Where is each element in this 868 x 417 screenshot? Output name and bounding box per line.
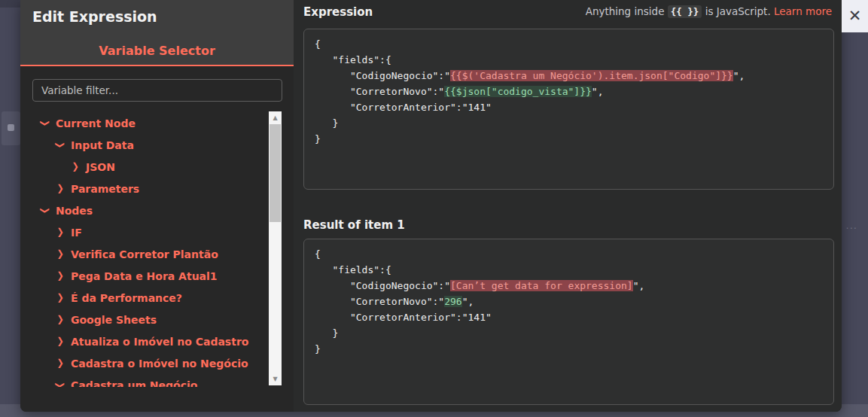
learn-more-link[interactable]: Learn more: [774, 5, 832, 17]
tree-item-label: Cadastra o Imóvel no Negócio: [71, 358, 248, 370]
code-text: "CorretorAnterior":"141": [315, 102, 492, 113]
expression-error-segment: {{$('Cadastra um Negócio').item.json["Co…: [450, 70, 733, 81]
dialog-title: Edit Expression: [32, 8, 157, 25]
code-text: "CodigoNegocio":": [315, 280, 450, 291]
chevron-right-icon[interactable]: ❯: [56, 270, 64, 281]
code-line: "fields":{: [315, 262, 823, 278]
result-viewer: { "fields":{ "CodigoNegocio":"[Can’t get…: [303, 239, 834, 405]
dialog-header: Edit Expression Variable Selector: [20, 0, 294, 66]
tree-item-label: Input Data: [71, 139, 134, 151]
chevron-down-icon[interactable]: ❯: [55, 382, 65, 388]
scrollbar-down-icon[interactable]: ▼: [269, 373, 282, 385]
code-text: ",: [592, 86, 604, 97]
expression-resolved-segment: {{$json["codigo_vista"]}}: [444, 86, 592, 97]
chevron-right-icon[interactable]: ❯: [56, 292, 64, 303]
code-text: "CorretorNovo":": [315, 86, 444, 97]
tree-item[interactable]: ❯Google Sheets: [20, 309, 294, 330]
code-text: ",: [733, 70, 745, 81]
tree-item[interactable]: ❯É da Performance?: [20, 287, 294, 309]
tree-scrollbar[interactable]: ▲ ▼: [269, 111, 282, 385]
close-icon: ✕: [848, 7, 862, 25]
screen: ... Edit Expression Variable Selector ❯C…: [0, 0, 868, 417]
variable-selector-panel: Edit Expression Variable Selector ❯Curre…: [20, 0, 294, 412]
filter-container: [20, 66, 294, 102]
tree-item-label: Atualiza o Imóvel no Cadastro: [71, 336, 248, 348]
close-button[interactable]: ✕: [842, 0, 868, 32]
expression-panel: Expression Anything inside {{ }} is Java…: [294, 0, 842, 412]
tree-item-label: Current Node: [56, 117, 136, 129]
code-line: }: [315, 115, 823, 131]
code-line: }: [315, 131, 823, 147]
tree-item-label: Cadastra um Negócio: [71, 379, 197, 388]
tree-item[interactable]: ❯Verifica Corretor Plantão: [20, 243, 294, 265]
code-text: {: [315, 248, 321, 260]
code-line: {: [315, 246, 823, 262]
tree-item[interactable]: ❯Current Node: [20, 112, 294, 134]
chevron-down-icon[interactable]: ❯: [40, 207, 50, 215]
code-text: ",: [633, 280, 645, 291]
scrollbar-thumb[interactable]: [270, 124, 281, 222]
tree-item[interactable]: ❯Cadastra o Imóvel no Negócio: [20, 352, 294, 374]
tree-item-label: Pega Data e Hora Atual1: [71, 270, 218, 282]
expression-heading: Expression: [303, 5, 373, 19]
chevron-right-icon[interactable]: ❯: [56, 248, 64, 259]
tree-item[interactable]: ❯Nodes: [20, 199, 294, 221]
tree-item-label: É da Performance?: [71, 292, 182, 304]
code-line: "CorretorAnterior":"141": [315, 309, 823, 325]
code-text: }: [315, 327, 338, 339]
chevron-right-icon[interactable]: ❯: [56, 336, 64, 346]
tree-item[interactable]: ❯Cadastra um Negócio: [20, 374, 294, 387]
background-canvas-strip: [0, 0, 20, 8]
code-text: }: [315, 133, 321, 145]
code-text: ",: [462, 296, 474, 307]
code-line: {: [315, 36, 823, 52]
chevron-right-icon[interactable]: ❯: [56, 183, 64, 193]
code-text: "fields":{: [315, 54, 391, 65]
expression-editor[interactable]: { "fields":{ "CodigoNegocio":"{{$('Cadas…: [303, 29, 834, 190]
hint-suffix: is JavaScript.: [702, 5, 774, 17]
tree-item-label: Parameters: [71, 183, 139, 195]
expression-error-segment: [Can’t get data for expression]: [450, 280, 633, 291]
tree-item[interactable]: ❯Pega Data e Hora Atual1: [20, 265, 294, 287]
variable-filter-input[interactable]: [32, 79, 282, 102]
tree-item[interactable]: ❯JSON: [20, 156, 294, 178]
result-heading: Result of item 1: [303, 218, 405, 232]
tree-item[interactable]: ❯Parameters: [20, 178, 294, 199]
tree-item-label: Nodes: [56, 205, 93, 217]
code-text: }: [315, 117, 338, 129]
code-line: "fields":{: [315, 52, 823, 68]
code-line: }: [315, 325, 823, 341]
code-text: }: [315, 343, 321, 355]
code-text: "CorretorNovo":": [315, 296, 444, 307]
background-ellipsis: ...: [846, 220, 857, 231]
code-line: "CorretorNovo":"296",: [315, 294, 823, 309]
chevron-down-icon[interactable]: ❯: [40, 120, 50, 127]
expression-resolved-segment: 296: [444, 296, 461, 307]
code-text: "CodigoNegocio":": [315, 70, 450, 81]
code-text: {: [315, 38, 321, 50]
scrollbar-up-icon[interactable]: ▲: [269, 111, 282, 124]
chevron-right-icon[interactable]: ❯: [72, 161, 79, 172]
chevron-down-icon[interactable]: ❯: [55, 142, 65, 149]
chevron-right-icon[interactable]: ❯: [56, 314, 64, 324]
tree-item-label: JSON: [86, 161, 115, 173]
tab-variable-selector[interactable]: Variable Selector: [20, 44, 294, 58]
code-line: "CorretorNovo":"{{$json["codigo_vista"]}…: [315, 84, 823, 99]
code-line: "CodigoNegocio":"{{$('Cadastra um Negóci…: [315, 68, 823, 84]
chevron-right-icon[interactable]: ❯: [56, 227, 64, 237]
tree-item[interactable]: ❯IF: [20, 221, 294, 243]
code-line: "CorretorAnterior":"141": [315, 99, 823, 115]
hint-braces-chip: {{ }}: [668, 5, 702, 18]
variable-tree: ❯Current Node❯Input Data❯JSON❯Parameters…: [20, 112, 294, 387]
hint-prefix: Anything inside: [586, 5, 668, 17]
edit-expression-dialog: Edit Expression Variable Selector ❯Curre…: [20, 0, 842, 412]
chevron-right-icon[interactable]: ❯: [56, 358, 64, 368]
code-text: "CorretorAnterior":"141": [315, 312, 492, 323]
tree-item[interactable]: ❯Atualiza o Imóvel no Cadastro: [20, 330, 294, 352]
code-text: "fields":{: [315, 264, 391, 275]
code-line: }: [315, 341, 823, 357]
tree-item-label: Google Sheets: [71, 314, 157, 326]
tree-item[interactable]: ❯Input Data: [20, 134, 294, 156]
tree-item-label: Verifica Corretor Plantão: [71, 248, 218, 260]
javascript-hint: Anything inside {{ }} is JavaScript. Lea…: [586, 5, 832, 17]
